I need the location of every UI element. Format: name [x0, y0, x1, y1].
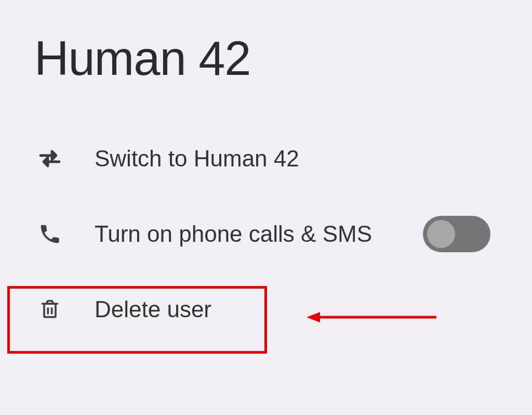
phone-sms-label: Turn on phone calls & SMS [95, 221, 423, 247]
phone-sms-toggle[interactable] [423, 216, 490, 252]
phone-sms-row[interactable]: Turn on phone calls & SMS [31, 216, 501, 252]
phone-icon [34, 218, 65, 250]
svg-marker-0 [52, 151, 56, 160]
trash-icon [34, 294, 65, 325]
page-title: Human 42 [34, 31, 501, 86]
toggle-thumb [427, 220, 455, 248]
svg-rect-2 [44, 304, 56, 317]
delete-user-row[interactable]: Delete user [31, 294, 501, 325]
delete-user-label: Delete user [95, 296, 501, 322]
swap-icon [34, 143, 65, 174]
switch-user-row[interactable]: Switch to Human 42 [31, 143, 501, 174]
switch-user-label: Switch to Human 42 [95, 146, 501, 172]
svg-marker-1 [44, 158, 48, 166]
